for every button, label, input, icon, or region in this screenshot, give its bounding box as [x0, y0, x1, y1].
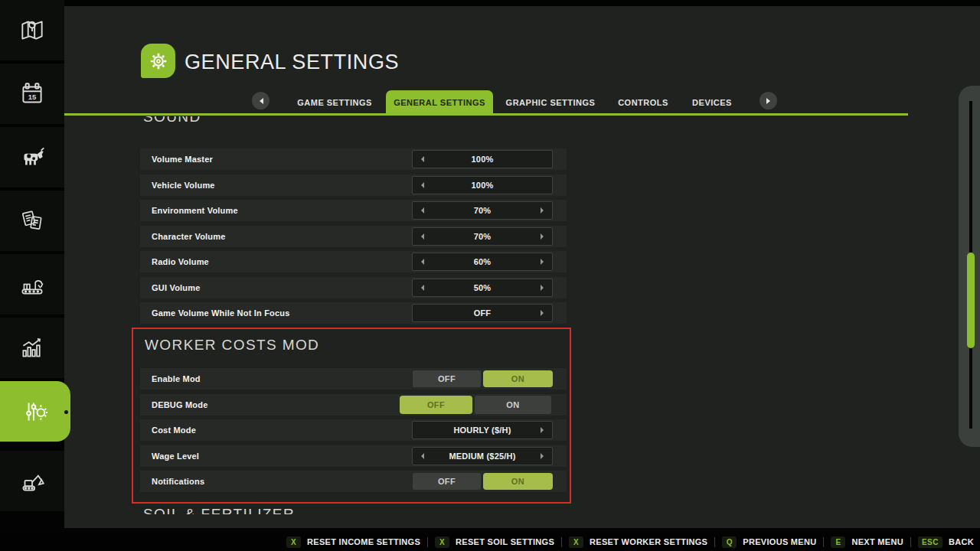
- sidebar-item-animals[interactable]: [0, 127, 64, 187]
- notifications-on-button[interactable]: ON: [483, 473, 553, 490]
- decrease-arrow-icon[interactable]: [418, 285, 424, 291]
- scrollbar-thumb[interactable]: [967, 253, 975, 348]
- sidebar-item-statistics[interactable]: [0, 318, 64, 378]
- setting-row-notifications: Notifications OFF ON: [140, 471, 567, 492]
- setting-row-enable-mod: Enable Mod OFF ON: [140, 368, 567, 390]
- tab-game-settings[interactable]: GAME SETTINGS: [297, 90, 372, 116]
- setting-label: Game Volume While Not In Focus: [152, 302, 290, 324]
- decrease-arrow-icon[interactable]: [418, 207, 424, 214]
- stepper-value: 70%: [424, 206, 541, 215]
- setting-row-radio-volume: Radio Volume 60%: [140, 251, 567, 272]
- increase-arrow-icon[interactable]: [541, 427, 547, 433]
- tab-controls[interactable]: CONTROLS: [618, 90, 668, 116]
- increase-arrow-icon[interactable]: [541, 310, 547, 316]
- construction-icon: [18, 467, 47, 496]
- cost-mode-stepper[interactable]: HOURLY ($/H): [412, 421, 553, 439]
- key-x-badge: X: [569, 536, 583, 548]
- increase-arrow-icon[interactable]: [541, 233, 547, 240]
- stepper-value: 70%: [424, 232, 541, 241]
- enable-mod-off-button[interactable]: OFF: [413, 370, 481, 387]
- sidebar-item-map[interactable]: [0, 0, 64, 60]
- decrease-arrow-icon[interactable]: [418, 182, 424, 188]
- tabs-next-button[interactable]: [760, 92, 777, 109]
- sidebar-item-contracts[interactable]: [0, 191, 64, 251]
- setting-row-game-volume-not-in-focus: Game Volume While Not In Focus OFF: [140, 302, 567, 324]
- setting-row-wage-level: Wage Level MEDIUM ($25/H): [140, 445, 567, 467]
- stepper-value: 100%: [424, 181, 541, 190]
- worker-rows: Enable Mod OFF ON DEBUG Mode OFF ON Cost…: [140, 368, 567, 492]
- setting-label: Cost Mode: [152, 419, 196, 441]
- notifications-off-button[interactable]: OFF: [413, 473, 481, 490]
- decrease-arrow-icon[interactable]: [418, 156, 424, 162]
- setting-label: Notifications: [152, 471, 204, 492]
- tabs-previous-button[interactable]: [252, 92, 270, 109]
- character-volume-stepper[interactable]: 70%: [412, 227, 553, 246]
- divider: [561, 537, 562, 547]
- next-menu-button[interactable]: E NEXT MENU: [831, 536, 903, 548]
- increase-arrow-icon[interactable]: [541, 207, 547, 214]
- sidebar-item-settings-active[interactable]: [0, 381, 70, 442]
- settings-icon: [21, 397, 50, 426]
- stepper-value: 50%: [424, 283, 541, 292]
- previous-menu-button[interactable]: Q PREVIOUS MENU: [722, 536, 816, 548]
- setting-label: Volume Master: [152, 148, 213, 170]
- setting-label: Enable Mod: [152, 368, 201, 390]
- radio-volume-stepper[interactable]: 60%: [412, 253, 553, 271]
- section-title-sound: SOUND: [143, 116, 201, 126]
- vehicle-volume-stepper[interactable]: 100%: [412, 176, 553, 194]
- volume-master-stepper[interactable]: 100%: [412, 150, 553, 168]
- sidebar-item-construction[interactable]: [0, 451, 64, 511]
- page-icon-tile: [141, 44, 175, 78]
- tab-graphic-settings[interactable]: GRAPHIC SETTINGS: [506, 90, 596, 116]
- setting-row-debug-mode: DEBUG Mode OFF ON: [140, 394, 567, 416]
- key-q-badge: Q: [722, 536, 737, 548]
- chevron-right-icon: [766, 98, 773, 104]
- environment-volume-stepper[interactable]: 70%: [412, 201, 553, 220]
- game-settings-screen: 15: [0, 0, 980, 551]
- back-button[interactable]: ESC BACK: [918, 536, 974, 548]
- page-title: GENERAL SETTINGS: [185, 46, 399, 78]
- increase-arrow-icon[interactable]: [541, 453, 547, 459]
- sidebar-menu: 15: [0, 0, 64, 507]
- tab-general-settings-active[interactable]: GENERAL SETTINGS: [386, 90, 493, 116]
- calendar-day: 15: [28, 93, 37, 101]
- debug-mode-off-button[interactable]: OFF: [400, 396, 472, 414]
- tab-devices[interactable]: DEVICES: [692, 90, 732, 116]
- reset-worker-settings-button[interactable]: X RESET WORKER SETTINGS: [569, 536, 707, 548]
- hotkey-label: RESET INCOME SETTINGS: [307, 537, 420, 546]
- increase-arrow-icon[interactable]: [541, 259, 547, 265]
- game-volume-focus-stepper[interactable]: OFF: [412, 304, 553, 322]
- setting-label: Wage Level: [152, 445, 199, 467]
- production-icon: [18, 270, 47, 299]
- chevron-left-icon: [256, 98, 263, 104]
- setting-row-vehicle-volume: Vehicle Volume 100%: [140, 174, 567, 196]
- sidebar-item-production[interactable]: [0, 254, 64, 315]
- decrease-arrow-icon[interactable]: [418, 453, 424, 459]
- setting-row-gui-volume: GUI Volume 50%: [140, 277, 567, 298]
- section-title-soil-fertilizer: SOIL & FERTILIZER: [143, 506, 295, 514]
- setting-row-character-volume: Character Volume 70%: [140, 226, 567, 247]
- decrease-arrow-icon[interactable]: [418, 233, 424, 240]
- setting-label: Environment Volume: [152, 200, 238, 221]
- setting-row-volume-master: Volume Master 100%: [140, 148, 567, 170]
- decrease-arrow-icon[interactable]: [418, 259, 424, 265]
- sound-rows: Volume Master 100% Vehicle Volume 100%: [140, 148, 567, 324]
- settings-panel: GENERAL SETTINGS GAME SETTINGS GENERAL S…: [64, 6, 980, 528]
- enable-mod-on-button[interactable]: ON: [483, 370, 553, 387]
- sidebar-item-calendar[interactable]: 15: [0, 64, 64, 124]
- hotkey-label: RESET WORKER SETTINGS: [590, 537, 707, 546]
- setting-label: Radio Volume: [152, 251, 209, 272]
- wage-level-stepper[interactable]: MEDIUM ($25/H): [412, 447, 553, 465]
- reset-soil-settings-button[interactable]: X RESET SOIL SETTINGS: [435, 536, 554, 548]
- debug-mode-on-button[interactable]: ON: [475, 396, 551, 414]
- hotkey-label: NEXT MENU: [851, 537, 903, 546]
- gui-volume-stepper[interactable]: 50%: [412, 279, 553, 297]
- increase-arrow-icon[interactable]: [541, 285, 547, 291]
- setting-label: Vehicle Volume: [152, 174, 215, 196]
- gear-icon: [146, 49, 171, 73]
- key-x-badge: X: [435, 536, 449, 548]
- setting-label: DEBUG Mode: [152, 394, 208, 416]
- reset-income-settings-button[interactable]: X RESET INCOME SETTINGS: [286, 536, 420, 548]
- setting-label: Character Volume: [152, 226, 226, 247]
- stepper-value: OFF: [424, 308, 541, 318]
